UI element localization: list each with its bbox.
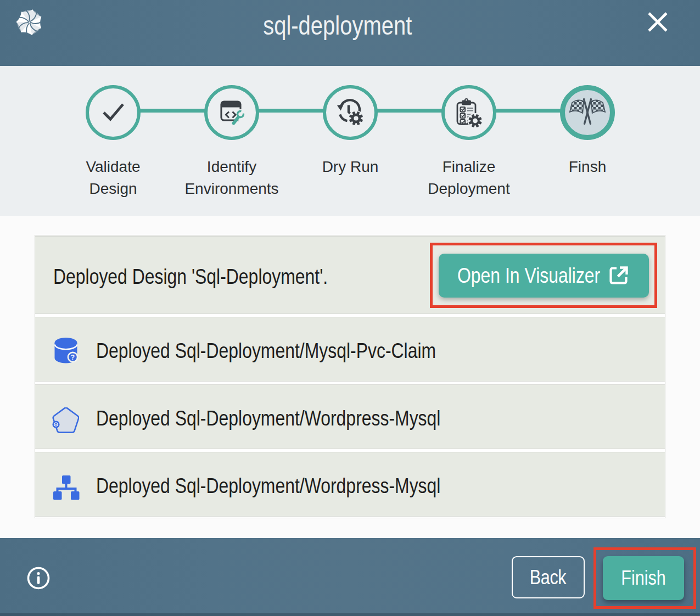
svg-text:?: ? xyxy=(71,354,75,361)
